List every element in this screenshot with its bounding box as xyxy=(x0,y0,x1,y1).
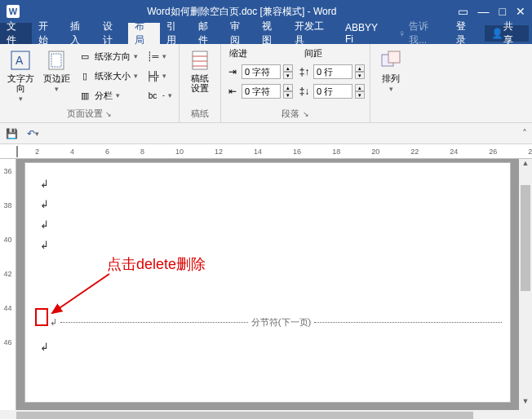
tab-selector[interactable] xyxy=(16,146,18,157)
page-area: ↲ ↲ ↲ ↲ 点击delete删除 ↲ 分节符(下一页) ↲ xyxy=(16,159,519,410)
orientation-button[interactable]: ▭纸张方向▾ xyxy=(77,47,140,65)
tab-addin[interactable]: ABBYY Fi xyxy=(339,23,393,44)
group-manuscript: 稿纸 设置 稿纸 xyxy=(180,44,221,122)
window-title: Word如何删除空白页.doc [兼容模式] - Word xyxy=(26,5,458,19)
tab-review[interactable]: 审阅 xyxy=(224,23,255,44)
group-page-setup: A 文字方向▾ 页边距▾ ▭纸张方向▾ ▯纸张大小▾ ▥分栏▾ ┊═▾ ╞╬▾ … xyxy=(0,44,180,122)
text-direction-button[interactable]: A 文字方向▾ xyxy=(5,46,36,103)
undo-button[interactable]: ↶▾ xyxy=(26,127,39,140)
save-button[interactable]: 💾 xyxy=(5,127,18,140)
horizontal-scrollbar[interactable] xyxy=(0,410,532,419)
close-button[interactable]: ✕ xyxy=(516,5,525,18)
manuscript-label: 稿纸 xyxy=(184,106,215,122)
space-before[interactable]: ‡↑0 行▴▾ xyxy=(298,63,365,81)
svg-text:A: A xyxy=(16,54,24,67)
annotation-arrow xyxy=(48,272,113,321)
horizontal-ruler[interactable]: 246810121416182022242628303234363840 xyxy=(0,144,532,159)
indent-left[interactable]: ⇥0 字符▴▾ xyxy=(226,63,293,81)
ribbon-tabs: 文件 开始 插入 设计 布局 引用 邮件 审阅 视图 开发工具 ABBYY Fi… xyxy=(0,23,532,44)
space-after[interactable]: ‡↓0 行▴▾ xyxy=(298,82,365,100)
vertical-scrollbar[interactable]: ▲▼ xyxy=(519,159,532,410)
tab-layout[interactable]: 布局 xyxy=(128,23,160,44)
tab-design[interactable]: 设计 xyxy=(96,23,128,44)
page-setup-launcher[interactable]: ↘ xyxy=(105,110,112,118)
page-setup-label: 页面设置 ↘ xyxy=(5,106,174,122)
paragraph-mark: ↲ xyxy=(40,178,495,190)
margins-button[interactable]: 页边距▾ xyxy=(41,46,72,93)
ribbon-display-button[interactable]: ▭ xyxy=(458,5,468,18)
paragraph-mark: ↲ xyxy=(40,341,49,353)
minimize-button[interactable]: — xyxy=(478,5,490,18)
paragraph-mark: ↲ xyxy=(40,239,495,251)
vertical-ruler[interactable]: 363840424446 xyxy=(0,159,16,410)
ribbon: A 文字方向▾ 页边距▾ ▭纸张方向▾ ▯纸张大小▾ ▥分栏▾ ┊═▾ ╞╬▾ … xyxy=(0,44,532,123)
work-area: 363840424446 ↲ ↲ ↲ ↲ 点击delete删除 ↲ 分节符(下一… xyxy=(0,159,532,410)
breaks-button[interactable]: ┊═▾ xyxy=(144,47,174,65)
group-paragraph: 缩进间距 ⇥0 字符▴▾ ⇤0 字符▴▾ ‡↑0 行▴▾ ‡↓0 行▴▾ 段落 … xyxy=(221,44,370,122)
arrange-button[interactable]: 排列▾ xyxy=(375,46,406,93)
paragraph-label: 段落 ↘ xyxy=(226,106,365,122)
svg-rect-4 xyxy=(193,51,207,69)
maximize-button[interactable]: □ xyxy=(499,5,506,18)
indent-right[interactable]: ⇤0 字符▴▾ xyxy=(226,82,293,100)
tab-view[interactable]: 视图 xyxy=(255,23,287,44)
tab-developer[interactable]: 开发工具 xyxy=(288,23,339,44)
annotation-highlight-box xyxy=(35,308,48,326)
paragraph-mark: ↲ xyxy=(40,198,495,210)
svg-rect-9 xyxy=(388,51,400,63)
hyphenation-button[interactable]: bc-▾ xyxy=(144,86,174,104)
group-arrange: 排列▾ xyxy=(370,44,411,122)
manuscript-button[interactable]: 稿纸 设置 xyxy=(184,46,215,93)
paragraph-mark: ↲ xyxy=(40,218,495,231)
collapse-ribbon-button[interactable]: ˄ xyxy=(522,128,527,139)
columns-button[interactable]: ▥分栏▾ xyxy=(77,86,140,104)
signin-button[interactable]: 登录 xyxy=(450,23,481,44)
window-controls: ▭ — □ ✕ xyxy=(458,5,525,18)
tab-insert[interactable]: 插入 xyxy=(64,23,95,44)
tab-mailings[interactable]: 邮件 xyxy=(192,23,224,44)
tab-references[interactable]: 引用 xyxy=(160,23,192,44)
share-button[interactable]: 👤 共享 xyxy=(485,25,529,42)
tab-file[interactable]: 文件 xyxy=(0,23,32,44)
tell-me[interactable]: ♀告诉我... xyxy=(393,20,450,47)
svg-line-10 xyxy=(52,274,109,313)
bulb-icon: ♀ xyxy=(398,28,406,39)
annotation-text: 点击delete删除 xyxy=(107,254,206,274)
tab-home[interactable]: 开始 xyxy=(32,23,64,44)
paragraph-launcher[interactable]: ↘ xyxy=(303,110,309,118)
line-numbers-button[interactable]: ╞╬▾ xyxy=(144,67,174,85)
quick-access-toolbar: 💾 ↶▾ ˄ xyxy=(0,123,532,144)
size-button[interactable]: ▯纸张大小▾ xyxy=(77,67,140,85)
section-break: ↲ 分节符(下一页) xyxy=(50,316,502,329)
document-page[interactable]: ↲ ↲ ↲ ↲ 点击delete删除 ↲ 分节符(下一页) ↲ xyxy=(24,162,511,403)
word-icon: W xyxy=(7,5,20,18)
